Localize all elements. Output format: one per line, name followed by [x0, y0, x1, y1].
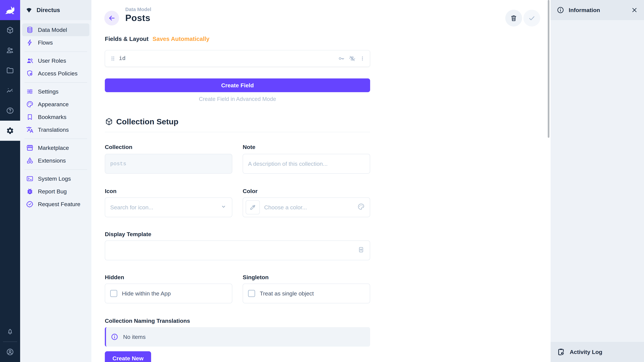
create-field-advanced-link[interactable]: Create Field in Advanced Mode — [105, 96, 370, 102]
module-content[interactable] — [0, 20, 20, 40]
palette-icon — [26, 100, 34, 108]
module-files[interactable] — [0, 60, 20, 80]
sidebar-item-label: Bookmarks — [38, 114, 66, 120]
note-input-wrap — [243, 154, 370, 174]
breadcrumb[interactable]: Data Model — [125, 7, 151, 12]
project-header[interactable]: Directus — [20, 0, 92, 20]
sidebar-item-report-bug[interactable]: Report Bug — [22, 185, 90, 198]
add-box-icon[interactable] — [358, 246, 365, 255]
directus-logo[interactable] — [0, 0, 20, 20]
sidebar-item-request-feature[interactable]: Request Feature — [22, 198, 90, 211]
collection-input[interactable] — [110, 161, 227, 167]
activity-log-button[interactable]: Activity Log — [550, 342, 644, 362]
collection-setup-heading: Collection Setup — [105, 117, 370, 126]
nav-divider — [24, 139, 87, 139]
sidebar-item-label: Appearance — [38, 101, 68, 108]
box-icon — [105, 117, 113, 126]
save-button[interactable] — [524, 10, 540, 26]
navigation-list: Data Model Flows User Roles — [20, 20, 92, 214]
palette-icon[interactable] — [358, 203, 365, 212]
main-content: Data Model Posts Fields & Layout Saves A… — [92, 0, 550, 362]
display-template-input[interactable] — [110, 247, 358, 254]
fields-layout-heading: Fields & Layout Saves Automatically — [105, 35, 370, 42]
fan-icon — [26, 6, 32, 13]
hidden-checkbox[interactable] — [110, 290, 117, 297]
drag-handle-icon[interactable] — [110, 55, 116, 62]
chevron-down-icon — [220, 203, 227, 211]
database-icon — [26, 26, 34, 33]
user-menu-button[interactable] — [0, 342, 20, 362]
help-icon — [6, 107, 14, 115]
hidden-checkbox-row: Hide within the App — [105, 284, 232, 303]
sidebar-item-label: Settings — [38, 88, 58, 95]
note-input[interactable] — [248, 161, 365, 167]
info-sidebar-title: Information — [569, 7, 600, 13]
color-label: Color — [243, 188, 370, 194]
collection-setup-label: Collection Setup — [116, 117, 178, 126]
field-row-id[interactable]: id — [105, 50, 370, 67]
header-actions — [505, 10, 540, 26]
back-button[interactable] — [104, 11, 119, 25]
icon-select[interactable] — [105, 197, 232, 217]
arrow-left-icon — [108, 14, 116, 22]
field-row-icons — [338, 55, 366, 62]
sidebar-item-system-logs[interactable]: System Logs — [22, 172, 90, 185]
module-settings[interactable] — [0, 121, 20, 141]
page-title-block: Data Model Posts — [125, 7, 151, 23]
trash-icon — [510, 14, 518, 22]
icon-search-input[interactable] — [110, 204, 220, 211]
display-template-label: Display Template — [105, 231, 232, 238]
info-sidebar-body — [550, 20, 644, 362]
notifications-button[interactable] — [0, 322, 20, 342]
color-input[interactable] — [264, 204, 358, 211]
app-window: Directus Data Model Flows — [0, 0, 644, 362]
sidebar-item-settings[interactable]: Settings — [22, 85, 90, 98]
sidebar-item-marketplace[interactable]: Marketplace — [22, 141, 90, 154]
translate-icon — [26, 126, 34, 133]
module-users[interactable] — [0, 40, 20, 60]
group-icon — [26, 57, 34, 64]
collection-input-wrap — [105, 154, 232, 174]
account-circle-icon — [6, 348, 14, 356]
sidebar-item-translations[interactable]: Translations — [22, 123, 90, 136]
hidden-checkbox-label[interactable]: Hide within the App — [122, 290, 171, 297]
create-new-translation-button[interactable]: Create New — [105, 351, 151, 362]
key-icon — [338, 55, 345, 62]
module-help[interactable] — [0, 100, 20, 121]
module-insights[interactable] — [0, 80, 20, 100]
activity-log-label: Activity Log — [570, 349, 602, 355]
sidebar-item-user-roles[interactable]: User Roles — [22, 54, 90, 67]
sidebar-item-data-model[interactable]: Data Model — [22, 23, 90, 36]
color-field — [243, 197, 370, 217]
bookmark-icon — [26, 113, 34, 121]
color-swatch-button[interactable] — [246, 200, 260, 214]
info-icon — [111, 333, 118, 341]
navigation-sidebar: Directus Data Model Flows — [20, 0, 92, 362]
sidebar-item-flows[interactable]: Flows — [22, 36, 90, 49]
sidebar-item-bookmarks[interactable]: Bookmarks — [22, 111, 90, 123]
check-icon — [528, 14, 536, 22]
sidebar-item-label: User Roles — [38, 57, 66, 64]
sidebar-item-extensions[interactable]: Extensions — [22, 154, 90, 167]
singleton-label: Singleton — [243, 274, 370, 281]
close-sidebar-button[interactable] — [631, 6, 638, 13]
main-scrollbar[interactable] — [548, 0, 550, 138]
singleton-checkbox[interactable] — [248, 290, 255, 297]
sidebar-item-label: Data Model — [38, 27, 67, 33]
collection-label: Collection — [105, 144, 232, 150]
info-sidebar-header[interactable]: Information — [550, 0, 644, 20]
dots-vertical-icon[interactable] — [360, 55, 366, 61]
gear-icon — [6, 127, 14, 135]
sidebar-item-label: Report Bug — [38, 188, 67, 195]
info-icon — [556, 6, 564, 14]
no-items-text: No items — [123, 334, 146, 340]
sidebar-item-access-policies[interactable]: Access Policies — [22, 67, 90, 80]
singleton-checkbox-label[interactable]: Treat as single object — [260, 290, 314, 297]
rabbit-icon — [4, 4, 16, 16]
create-field-button[interactable]: Create Field — [105, 78, 370, 92]
close-icon — [631, 6, 638, 13]
sidebar-item-label: System Logs — [38, 175, 71, 182]
note-label: Note — [243, 144, 370, 150]
sidebar-item-appearance[interactable]: Appearance — [22, 98, 90, 111]
delete-collection-button[interactable] — [505, 10, 522, 26]
